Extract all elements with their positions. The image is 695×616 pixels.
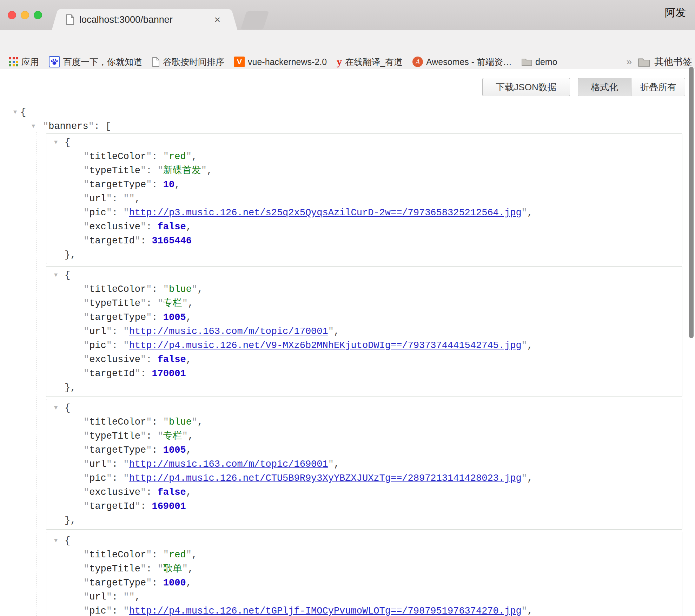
object-close-row: },: [46, 381, 682, 395]
json-field-row: "pic": "http://p3.music.126.net/s25q2x5Q…: [46, 206, 682, 220]
json-link[interactable]: http://p4.music.126.net/V9-MXz6b2MNhEKju…: [129, 340, 522, 351]
banner-object-box: ▼{"titleColor": "blue","typeTitle": "专栏"…: [46, 266, 682, 397]
object-open-row: ▼{: [46, 401, 682, 415]
object-open-row: ▼{: [46, 136, 682, 150]
page-file-icon: [66, 14, 74, 25]
collapse-toggle-icon[interactable]: ▼: [13, 105, 17, 119]
json-field-row: "url": "",: [46, 590, 682, 604]
bookmark-label: 在线翻译_有道: [345, 56, 403, 68]
json-viewer: ▼{▼"banners": [▼{"titleColor": "red","ty…: [0, 69, 695, 616]
json-field-row: "titleColor": "red",: [46, 150, 682, 164]
json-link[interactable]: http://p4.music.126.net/tGPljf-IMOCyPvum…: [129, 606, 522, 616]
collapse-toggle-icon[interactable]: ▼: [54, 401, 58, 415]
json-field-row: "targetId": 170001: [46, 367, 682, 381]
object-open-row: ▼{: [46, 268, 682, 282]
json-field-row: "targetId": 169001: [46, 499, 682, 513]
bookmark-vue-hackernews[interactable]: V vue-hackernews-2.0: [234, 57, 327, 67]
bookmark-awesomes[interactable]: A Awesomes - 前端资…: [412, 56, 512, 68]
json-link[interactable]: http://p4.music.126.net/CTU5B9R9y3XyYBZX…: [129, 473, 522, 484]
json-field-row: "url": "",: [46, 192, 682, 206]
browser-tab[interactable]: localhost:3000/banner ×: [60, 9, 229, 30]
json-field-row: "typeTitle": "新碟首发",: [46, 164, 682, 178]
object-close-row: },: [46, 513, 682, 527]
vue-icon: V: [234, 57, 245, 67]
bookmark-demo-folder[interactable]: demo: [522, 57, 557, 67]
json-link[interactable]: http://music.163.com/m/topic/169001: [129, 459, 328, 470]
json-field-row: "targetId": 3165446: [46, 234, 682, 248]
apps-grid-icon: [9, 57, 18, 66]
awesomes-icon: A: [412, 57, 423, 67]
json-field-row: "titleColor": "blue",: [46, 415, 682, 429]
folder-icon: [638, 57, 650, 67]
close-window-button[interactable]: [8, 11, 16, 19]
json-field-row: "typeTitle": "专栏",: [46, 429, 682, 443]
new-tab-button[interactable]: [241, 11, 269, 30]
bookmark-label: 谷歌按时间排序: [163, 56, 224, 68]
bookmark-youdao[interactable]: y 在线翻译_有道: [337, 56, 403, 68]
json-field-row: "typeTitle": "专栏",: [46, 296, 682, 310]
page-icon: [152, 57, 160, 67]
page-content: 下载JSON数据 格式化 折叠所有 ▼{▼"banners": [▼{"titl…: [0, 69, 695, 616]
bookmarks-overflow-chevron[interactable]: »: [624, 56, 634, 67]
json-field-row: "typeTitle": "歌单",: [46, 562, 682, 576]
json-field-row: "targetType": 1000,: [46, 576, 682, 590]
bookmark-google-sort[interactable]: 谷歌按时间排序: [152, 56, 224, 68]
indent-guide: [36, 132, 37, 616]
baidu-paw-icon: [49, 56, 60, 67]
bookmark-label: Awesomes - 前端资…: [426, 56, 512, 68]
collapse-toggle-icon[interactable]: ▼: [54, 136, 58, 150]
bookmark-label: 应用: [21, 56, 39, 68]
other-bookmarks-label[interactable]: 其他书签: [654, 55, 692, 68]
banner-object-box: ▼{"titleColor": "red","typeTitle": "歌单",…: [46, 532, 682, 616]
banner-object-box: ▼{"titleColor": "red","typeTitle": "新碟首发…: [46, 133, 682, 264]
object-close-row: },: [46, 248, 682, 262]
vertical-scrollbar-thumb[interactable]: [689, 67, 694, 338]
minimize-window-button[interactable]: [21, 11, 29, 19]
collapse-toggle-icon[interactable]: ▼: [54, 534, 58, 548]
json-field-row: "exclusive": false,: [46, 485, 682, 499]
indent-guide: [17, 118, 17, 616]
bookmarks-bar: 应用 百度一下，你就知道 谷歌按时间排序 V vue-hackernews-2.…: [0, 55, 695, 69]
json-field-row: "titleColor": "red",: [46, 548, 682, 562]
bookmark-label: 百度一下，你就知道: [63, 56, 142, 68]
zoom-window-button[interactable]: [34, 11, 42, 19]
bookmark-baidu[interactable]: 百度一下，你就知道: [49, 56, 142, 68]
json-field-row: "pic": "http://p4.music.126.net/tGPljf-I…: [46, 604, 682, 616]
json-root-row: ▼{: [0, 105, 695, 119]
json-field-row: "targetType": 1005,: [46, 443, 682, 457]
json-banners-row: ▼"banners": [: [0, 119, 695, 133]
json-link[interactable]: http://p3.music.126.net/s25q2x5QyqsAzilC…: [129, 208, 522, 218]
json-link[interactable]: http://music.163.com/m/topic/170001: [129, 326, 328, 337]
json-field-row: "targetType": 10,: [46, 178, 682, 192]
json-field-row: "exclusive": false,: [46, 220, 682, 234]
banner-object-box: ▼{"titleColor": "blue","typeTitle": "专栏"…: [46, 399, 682, 530]
json-field-row: "pic": "http://p4.music.126.net/V9-MXz6b…: [46, 339, 682, 353]
json-field-row: "exclusive": false,: [46, 353, 682, 367]
folder-icon: [522, 58, 532, 66]
json-field-row: "url": "http://music.163.com/m/topic/169…: [46, 457, 682, 471]
json-field-row: "pic": "http://p4.music.126.net/CTU5B9R9…: [46, 471, 682, 485]
json-field-row: "url": "http://music.163.com/m/topic/170…: [46, 325, 682, 339]
window-controls[interactable]: [8, 11, 42, 19]
tab-title: localhost:3000/banner: [79, 14, 206, 25]
bookmark-label: vue-hackernews-2.0: [248, 57, 327, 67]
browser-toolbar: localhost:3000/banner ⇄ 英 en F E: [0, 30, 695, 55]
collapse-toggle-icon[interactable]: ▼: [54, 268, 58, 282]
tab-close-icon[interactable]: ×: [211, 14, 223, 26]
bookmark-apps[interactable]: 应用: [9, 56, 39, 68]
object-open-row: ▼{: [46, 534, 682, 548]
json-field-row: "targetType": 1005,: [46, 310, 682, 325]
tab-bar: localhost:3000/banner × 阿发: [0, 0, 695, 30]
youdao-icon: y: [337, 56, 342, 68]
collapse-toggle-icon[interactable]: ▼: [32, 119, 35, 133]
json-field-row: "titleColor": "blue",: [46, 282, 682, 296]
browser-profile-name: 阿发: [665, 6, 686, 20]
bookmark-label: demo: [535, 57, 557, 67]
